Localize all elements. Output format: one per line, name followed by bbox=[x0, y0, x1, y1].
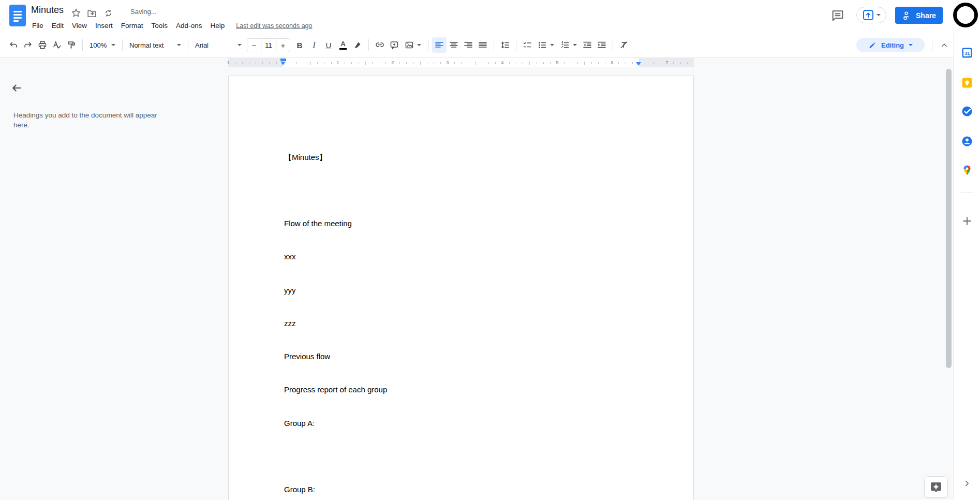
line-spacing-button[interactable] bbox=[498, 37, 512, 53]
upload-dropdown-button[interactable] bbox=[856, 7, 886, 23]
sync-saving-icon bbox=[102, 7, 114, 19]
align-center-button[interactable] bbox=[447, 37, 461, 53]
doc-line: 【Minutes】 bbox=[284, 152, 387, 163]
ruler-number: 4 bbox=[499, 60, 506, 65]
highlight-color-button[interactable] bbox=[350, 37, 365, 53]
ruler-number: 5 bbox=[554, 60, 560, 65]
add-comment-button[interactable] bbox=[387, 37, 402, 53]
increase-font-size-button[interactable]: + bbox=[276, 39, 290, 52]
separator bbox=[516, 39, 516, 51]
font-size-value[interactable]: 11 bbox=[261, 39, 276, 52]
insert-link-button[interactable] bbox=[373, 37, 387, 53]
align-left-button[interactable] bbox=[432, 37, 447, 53]
menu-edit[interactable]: Edit bbox=[48, 20, 68, 32]
separator bbox=[932, 40, 932, 51]
menu-tools[interactable]: Tools bbox=[147, 20, 172, 32]
italic-button[interactable]: I bbox=[307, 37, 321, 53]
numbered-list-button[interactable] bbox=[557, 37, 580, 53]
paragraph-styles-select[interactable]: Normal text bbox=[126, 37, 184, 53]
toolbar: 100% Normal text Arial − 11 + B I U A bbox=[0, 33, 954, 57]
ruler-number: 3 bbox=[444, 60, 451, 65]
ruler: 1 1 2 3 4 5 6 7 bbox=[228, 58, 694, 67]
left-indent-marker[interactable] bbox=[280, 58, 286, 65]
menu-file[interactable]: File bbox=[28, 20, 48, 32]
close-outline-button[interactable] bbox=[9, 81, 24, 95]
separator bbox=[613, 39, 613, 51]
separator bbox=[188, 39, 188, 51]
chevron-down-icon bbox=[237, 44, 242, 46]
align-justify-button[interactable] bbox=[476, 37, 490, 53]
sidebar-divider bbox=[961, 193, 973, 193]
share-lock-person-icon bbox=[902, 10, 912, 20]
doc-line: Group B: bbox=[284, 484, 387, 495]
print-button[interactable] bbox=[35, 37, 50, 53]
google-docs-logo-icon[interactable] bbox=[9, 5, 26, 26]
separator bbox=[368, 39, 369, 51]
underline-button[interactable]: U bbox=[321, 37, 336, 53]
chevron-down-icon bbox=[177, 44, 181, 46]
chevron-down-icon bbox=[111, 44, 115, 46]
pencil-icon bbox=[868, 41, 877, 49]
separator bbox=[494, 39, 494, 51]
contacts-icon[interactable] bbox=[961, 136, 973, 147]
decrease-indent-button[interactable] bbox=[580, 37, 595, 53]
get-addons-plus-icon[interactable] bbox=[961, 215, 973, 227]
clear-formatting-button[interactable] bbox=[617, 37, 631, 53]
menu-help[interactable]: Help bbox=[206, 20, 229, 32]
share-label: Share bbox=[916, 11, 936, 20]
chevron-down-icon bbox=[877, 14, 881, 16]
insert-image-button[interactable] bbox=[402, 37, 424, 53]
document-page[interactable]: 【Minutes】 Flow of the meeting xxx yyy zz… bbox=[228, 76, 694, 500]
explore-button[interactable] bbox=[924, 476, 948, 498]
align-right-button[interactable] bbox=[461, 37, 476, 53]
account-avatar[interactable] bbox=[953, 3, 978, 27]
font-size-widget: − 11 + bbox=[247, 38, 290, 52]
star-icon[interactable] bbox=[70, 7, 82, 19]
hide-side-panel-button[interactable] bbox=[961, 477, 973, 490]
zoom-select[interactable]: 100% bbox=[86, 37, 118, 53]
menu-insert[interactable]: Insert bbox=[91, 20, 117, 32]
increase-indent-button[interactable] bbox=[595, 37, 609, 53]
document-title[interactable]: Minutes bbox=[31, 5, 64, 16]
menu-format[interactable]: Format bbox=[117, 20, 147, 32]
doc-line bbox=[284, 185, 387, 196]
move-folder-icon[interactable] bbox=[86, 7, 97, 19]
decrease-font-size-button[interactable]: − bbox=[247, 39, 261, 52]
calendar-icon[interactable]: 31 bbox=[961, 47, 973, 58]
hide-menus-button[interactable] bbox=[937, 38, 952, 52]
share-button[interactable]: Share bbox=[895, 7, 943, 24]
chevron-right-icon bbox=[963, 479, 971, 488]
tasks-icon[interactable] bbox=[961, 106, 973, 117]
side-panel: 31 bbox=[954, 33, 980, 500]
ruler-number: 6 bbox=[609, 60, 615, 65]
outline-placeholder-text: Headings you add to the document will ap… bbox=[13, 110, 174, 130]
menu-addons[interactable]: Add-ons bbox=[172, 20, 206, 32]
keep-icon[interactable] bbox=[961, 77, 973, 89]
doc-line: Group A: bbox=[284, 418, 387, 429]
doc-line: Progress report of each group bbox=[284, 384, 387, 395]
comment-history-icon[interactable] bbox=[830, 8, 845, 23]
paint-format-button[interactable] bbox=[64, 37, 79, 53]
chevron-down-icon bbox=[573, 44, 577, 46]
chevron-up-icon bbox=[940, 41, 948, 49]
last-edit-link[interactable]: Last edit was seconds ago bbox=[236, 22, 312, 30]
editing-mode-button[interactable]: Editing bbox=[856, 38, 925, 52]
right-indent-marker[interactable] bbox=[636, 62, 641, 66]
font-family-select[interactable]: Arial bbox=[192, 37, 245, 53]
bulleted-list-button[interactable] bbox=[534, 37, 557, 53]
explore-icon bbox=[929, 480, 943, 494]
text-color-icon: A bbox=[339, 40, 347, 50]
redo-button[interactable] bbox=[21, 37, 35, 53]
maps-icon[interactable] bbox=[961, 165, 973, 176]
menu-view[interactable]: View bbox=[68, 20, 91, 32]
vertical-scrollbar[interactable] bbox=[946, 69, 952, 368]
undo-button[interactable] bbox=[6, 37, 21, 53]
document-text: 【Minutes】 Flow of the meeting xxx yyy zz… bbox=[284, 129, 387, 500]
bold-button[interactable]: B bbox=[292, 37, 307, 53]
spellcheck-button[interactable] bbox=[50, 37, 64, 53]
text-color-button[interactable]: A bbox=[336, 37, 350, 53]
mode-label: Editing bbox=[881, 41, 904, 49]
checklist-button[interactable] bbox=[520, 37, 534, 53]
chevron-down-icon bbox=[550, 44, 554, 46]
upload-icon bbox=[863, 9, 874, 21]
